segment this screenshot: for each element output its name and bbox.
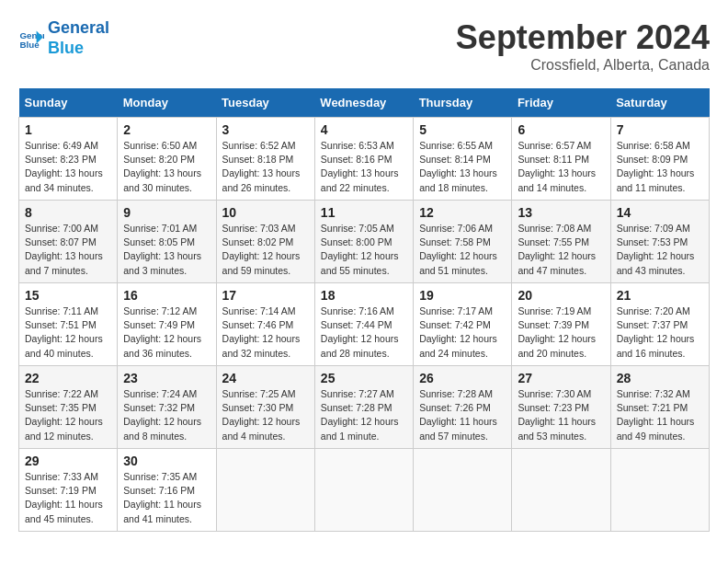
calendar-cell: 25Sunrise: 7:27 AM Sunset: 7:28 PM Dayli…: [314, 366, 413, 449]
calendar-cell: 7Sunrise: 6:58 AM Sunset: 8:09 PM Daylig…: [610, 118, 709, 201]
day-number: 30: [123, 454, 210, 468]
weekday-header-saturday: Saturday: [610, 88, 709, 118]
calendar-cell: [216, 449, 314, 532]
day-number: 10: [222, 205, 309, 220]
calendar-cell: 9Sunrise: 7:01 AM Sunset: 8:05 PM Daylig…: [118, 201, 216, 283]
calendar-cell: 24Sunrise: 7:25 AM Sunset: 7:30 PM Dayli…: [216, 366, 314, 449]
calendar-cell: 30Sunrise: 7:35 AM Sunset: 7:16 PM Dayli…: [118, 449, 216, 532]
day-number: 11: [321, 205, 407, 220]
day-info: Sunrise: 7:05 AM Sunset: 8:00 PM Dayligh…: [321, 222, 407, 278]
title-block: September 2024 Crossfield, Alberta, Cana…: [456, 18, 710, 74]
day-info: Sunrise: 6:50 AM Sunset: 8:20 PM Dayligh…: [123, 139, 210, 195]
day-info: Sunrise: 7:27 AM Sunset: 7:28 PM Dayligh…: [321, 387, 407, 443]
calendar-cell: 28Sunrise: 7:32 AM Sunset: 7:21 PM Dayli…: [610, 366, 709, 449]
calendar-cell: 8Sunrise: 7:00 AM Sunset: 8:07 PM Daylig…: [19, 201, 118, 283]
day-info: Sunrise: 7:25 AM Sunset: 7:30 PM Dayligh…: [222, 387, 309, 443]
calendar-cell: 21Sunrise: 7:20 AM Sunset: 7:37 PM Dayli…: [610, 283, 709, 366]
page-header: General Blue General Blue September 2024…: [18, 18, 710, 74]
day-info: Sunrise: 7:28 AM Sunset: 7:26 PM Dayligh…: [419, 387, 506, 443]
calendar-cell: 14Sunrise: 7:09 AM Sunset: 7:53 PM Dayli…: [610, 201, 709, 283]
day-info: Sunrise: 7:09 AM Sunset: 7:53 PM Dayligh…: [617, 222, 703, 278]
day-number: 6: [518, 122, 604, 137]
day-number: 18: [321, 288, 407, 303]
logo-icon: General Blue: [18, 26, 44, 52]
calendar-cell: 1Sunrise: 6:49 AM Sunset: 8:23 PM Daylig…: [19, 118, 118, 201]
day-number: 28: [617, 371, 703, 385]
weekday-header-sunday: Sunday: [19, 88, 118, 118]
day-info: Sunrise: 7:32 AM Sunset: 7:21 PM Dayligh…: [617, 387, 703, 443]
calendar-cell: 11Sunrise: 7:05 AM Sunset: 8:00 PM Dayli…: [314, 201, 413, 283]
day-number: 4: [321, 122, 407, 137]
day-info: Sunrise: 6:49 AM Sunset: 8:23 PM Dayligh…: [25, 139, 111, 195]
day-number: 26: [419, 371, 506, 385]
day-info: Sunrise: 7:35 AM Sunset: 7:16 PM Dayligh…: [123, 470, 210, 526]
calendar-cell: 19Sunrise: 7:17 AM Sunset: 7:42 PM Dayli…: [414, 283, 512, 366]
calendar-week-3: 15Sunrise: 7:11 AM Sunset: 7:51 PM Dayli…: [19, 283, 710, 366]
day-number: 3: [222, 122, 309, 137]
day-number: 21: [617, 288, 703, 303]
logo: General Blue General Blue: [18, 18, 109, 58]
weekday-header-wednesday: Wednesday: [314, 88, 413, 118]
calendar-cell: 29Sunrise: 7:33 AM Sunset: 7:19 PM Dayli…: [19, 449, 118, 532]
day-number: 29: [25, 454, 111, 468]
weekday-header-monday: Monday: [118, 88, 216, 118]
day-info: Sunrise: 7:20 AM Sunset: 7:37 PM Dayligh…: [617, 304, 703, 361]
day-number: 14: [617, 205, 703, 220]
day-number: 12: [419, 205, 506, 220]
calendar-cell: [610, 449, 709, 532]
calendar-week-2: 8Sunrise: 7:00 AM Sunset: 8:07 PM Daylig…: [19, 201, 710, 283]
calendar-cell: 2Sunrise: 6:50 AM Sunset: 8:20 PM Daylig…: [118, 118, 216, 201]
logo-line1: General: [48, 18, 109, 39]
day-number: 27: [518, 371, 604, 385]
day-info: Sunrise: 7:16 AM Sunset: 7:44 PM Dayligh…: [321, 304, 407, 361]
calendar-cell: 3Sunrise: 6:52 AM Sunset: 8:18 PM Daylig…: [216, 118, 314, 201]
calendar-cell: 5Sunrise: 6:55 AM Sunset: 8:14 PM Daylig…: [414, 118, 512, 201]
day-number: 17: [222, 288, 309, 303]
day-info: Sunrise: 6:52 AM Sunset: 8:18 PM Dayligh…: [222, 139, 309, 195]
day-info: Sunrise: 7:14 AM Sunset: 7:46 PM Dayligh…: [222, 304, 309, 361]
calendar-cell: 18Sunrise: 7:16 AM Sunset: 7:44 PM Dayli…: [314, 283, 413, 366]
logo-line2: Blue: [48, 39, 109, 59]
day-number: 16: [123, 288, 210, 303]
day-info: Sunrise: 7:06 AM Sunset: 7:58 PM Dayligh…: [419, 222, 506, 278]
day-number: 13: [518, 205, 604, 220]
calendar-cell: 4Sunrise: 6:53 AM Sunset: 8:16 PM Daylig…: [314, 118, 413, 201]
day-info: Sunrise: 7:30 AM Sunset: 7:23 PM Dayligh…: [518, 387, 604, 443]
calendar-cell: 22Sunrise: 7:22 AM Sunset: 7:35 PM Dayli…: [19, 366, 118, 449]
calendar-table: SundayMondayTuesdayWednesdayThursdayFrid…: [18, 88, 710, 532]
calendar-cell: 16Sunrise: 7:12 AM Sunset: 7:49 PM Dayli…: [118, 283, 216, 366]
calendar-body: 1Sunrise: 6:49 AM Sunset: 8:23 PM Daylig…: [19, 118, 710, 532]
calendar-cell: 26Sunrise: 7:28 AM Sunset: 7:26 PM Dayli…: [414, 366, 512, 449]
month-title: September 2024: [456, 18, 710, 57]
day-number: 5: [419, 122, 506, 137]
calendar-cell: [414, 449, 512, 532]
calendar-cell: 6Sunrise: 6:57 AM Sunset: 8:11 PM Daylig…: [512, 118, 610, 201]
day-number: 25: [321, 371, 407, 385]
calendar-cell: 10Sunrise: 7:03 AM Sunset: 8:02 PM Dayli…: [216, 201, 314, 283]
day-info: Sunrise: 6:58 AM Sunset: 8:09 PM Dayligh…: [617, 139, 703, 195]
day-info: Sunrise: 7:33 AM Sunset: 7:19 PM Dayligh…: [25, 470, 111, 526]
day-number: 23: [123, 371, 210, 385]
day-info: Sunrise: 7:17 AM Sunset: 7:42 PM Dayligh…: [419, 304, 506, 361]
day-number: 8: [25, 205, 111, 220]
day-number: 20: [518, 288, 604, 303]
calendar-cell: 13Sunrise: 7:08 AM Sunset: 7:55 PM Dayli…: [512, 201, 610, 283]
calendar-cell: 27Sunrise: 7:30 AM Sunset: 7:23 PM Dayli…: [512, 366, 610, 449]
calendar-cell: 17Sunrise: 7:14 AM Sunset: 7:46 PM Dayli…: [216, 283, 314, 366]
day-info: Sunrise: 7:19 AM Sunset: 7:39 PM Dayligh…: [518, 304, 604, 361]
day-number: 2: [123, 122, 210, 137]
day-info: Sunrise: 7:01 AM Sunset: 8:05 PM Dayligh…: [123, 222, 210, 278]
day-info: Sunrise: 6:53 AM Sunset: 8:16 PM Dayligh…: [321, 139, 407, 195]
day-number: 9: [123, 205, 210, 220]
day-number: 24: [222, 371, 309, 385]
day-info: Sunrise: 7:00 AM Sunset: 8:07 PM Dayligh…: [25, 222, 111, 278]
day-info: Sunrise: 7:24 AM Sunset: 7:32 PM Dayligh…: [123, 387, 210, 443]
weekday-header-tuesday: Tuesday: [216, 88, 314, 118]
day-info: Sunrise: 7:12 AM Sunset: 7:49 PM Dayligh…: [123, 304, 210, 361]
day-info: Sunrise: 7:03 AM Sunset: 8:02 PM Dayligh…: [222, 222, 309, 278]
weekday-header-friday: Friday: [512, 88, 610, 118]
calendar-cell: 12Sunrise: 7:06 AM Sunset: 7:58 PM Dayli…: [414, 201, 512, 283]
weekday-header-row: SundayMondayTuesdayWednesdayThursdayFrid…: [19, 88, 710, 118]
calendar-cell: 20Sunrise: 7:19 AM Sunset: 7:39 PM Dayli…: [512, 283, 610, 366]
day-number: 1: [25, 122, 111, 137]
